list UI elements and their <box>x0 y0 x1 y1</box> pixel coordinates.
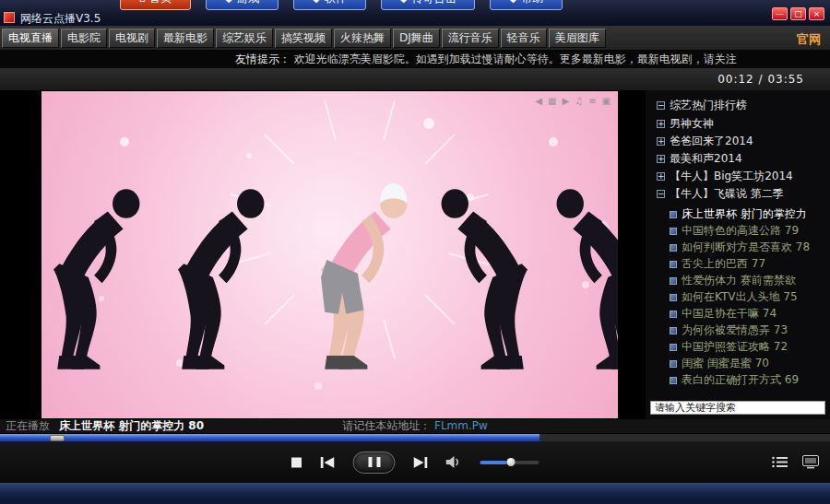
notice-message: 欢迎光临漂亮美眉影院。如遇到加载过慢请耐心等待。更多最新电影，最新电视剧，请关注 <box>294 53 737 65</box>
tab-tv-series[interactable]: 电视剧 <box>109 29 155 48</box>
overlay-next-icon[interactable]: ▶ <box>562 96 569 106</box>
collapse-icon[interactable]: − <box>657 190 665 198</box>
episode-bullet-icon <box>670 377 677 384</box>
expand-icon[interactable]: + <box>657 137 665 146</box>
episode-bullet-icon <box>670 277 677 285</box>
overlay-prev-icon[interactable]: ◀ <box>535 96 542 106</box>
stop-button[interactable] <box>291 457 302 468</box>
episode-label: 性爱伤体力 赛前需禁欲 <box>682 273 796 288</box>
fullscreen-button[interactable] <box>802 455 819 469</box>
episode-item[interactable]: 为何你被爱情愚弄 73 <box>670 322 788 338</box>
category-dad-is-back[interactable]: + 爸爸回来了2014 <box>657 134 753 149</box>
category-label: 爸爸回来了2014 <box>670 134 753 149</box>
dancer-silhouette <box>178 183 264 369</box>
episode-item[interactable]: 舌尖上的巴西 77 <box>670 256 765 272</box>
time-bar: 00:12 / 03:55 <box>0 68 830 90</box>
expand-icon[interactable]: + <box>657 120 665 128</box>
tab-latest-movies[interactable]: 最新电影 <box>157 29 214 48</box>
volume-fill <box>480 461 507 464</box>
official-site-link[interactable]: 官网 <box>797 31 821 48</box>
dancer-silhouette <box>53 183 139 369</box>
overlay-screen-icon[interactable]: ▣ <box>602 96 611 106</box>
volume-handle[interactable] <box>507 458 516 466</box>
category-male-female-gods[interactable]: + 男神女神 <box>657 116 714 132</box>
episode-item[interactable]: 床上世界杯 射门的掌控力 <box>670 206 807 222</box>
volume-button[interactable] <box>446 456 462 468</box>
category-label: 男神女神 <box>670 116 714 132</box>
episode-item[interactable]: 中国护照签证攻略 72 <box>670 339 788 355</box>
overlay-grid-icon[interactable]: ▦ <box>548 96 556 106</box>
category-best-harmony[interactable]: + 最美和声2014 <box>657 151 742 167</box>
nav-software-label: 软件 <box>325 0 347 6</box>
episode-bullet-icon <box>670 261 677 268</box>
episode-item[interactable]: 性爱伤体力 赛前需禁欲 <box>670 273 796 288</box>
playlist-root[interactable]: − 综艺热门排行榜 <box>657 98 747 113</box>
previous-icon <box>321 457 335 468</box>
collapse-icon[interactable]: − <box>657 101 665 110</box>
tab-funny-videos[interactable]: 搞笑视频 <box>275 29 332 48</box>
episode-label: 床上世界杯 射门的掌控力 <box>682 206 807 222</box>
nav-games[interactable]: ◆ 游戏 <box>206 0 279 10</box>
episode-item[interactable]: 如何在KTV出人头地 75 <box>670 289 798 305</box>
video-surface[interactable]: ◀ ▦ ▶ ♫ ≡ ▣ <box>42 91 618 418</box>
nav-bullet-icon: ◆ <box>313 0 320 4</box>
site-url-link[interactable]: FLmm.Pw <box>434 419 488 432</box>
nav-legend[interactable]: ◆ 传奇合击 <box>381 0 476 10</box>
expand-icon[interactable]: + <box>657 172 665 181</box>
nav-home[interactable]: ⌂ 首页 <box>120 0 191 10</box>
previous-button[interactable] <box>321 457 335 468</box>
episode-item[interactable]: 中国特色的高速公路 79 <box>670 223 799 239</box>
episode-item[interactable]: 闺蜜 闺蜜是蜜 70 <box>670 356 769 371</box>
category-label: 【牛人】飞碟说 第二季 <box>670 186 784 202</box>
progress-handle[interactable] <box>50 435 65 441</box>
category-big-laugh-workshop[interactable]: + 【牛人】Big笑工坊2014 <box>657 169 793 184</box>
episode-item[interactable]: 表白的正确打开方式 69 <box>670 372 799 388</box>
dancer-silhouettes <box>53 183 618 369</box>
episode-bullet-icon <box>670 211 677 218</box>
play-pause-button[interactable] <box>353 451 396 474</box>
category-feidieshuo[interactable]: − 【牛人】飞碟说 第二季 <box>657 186 784 202</box>
tab-dj-music[interactable]: DJ舞曲 <box>393 29 440 48</box>
next-icon <box>414 457 428 468</box>
episode-label: 如何在KTV出人头地 75 <box>682 289 798 305</box>
tab-variety[interactable]: 综艺娱乐 <box>216 29 273 48</box>
nav-legend-label: 传奇合击 <box>411 0 456 6</box>
pause-icon <box>376 457 380 467</box>
nav-help[interactable]: ◆ 帮助 <box>490 0 563 10</box>
episode-bullet-icon <box>670 360 677 368</box>
nav-software[interactable]: ◆ 软件 <box>293 0 366 10</box>
category-label: 【牛人】Big笑工坊2014 <box>670 169 793 184</box>
episode-label: 如何判断对方是否喜欢 78 <box>682 240 810 255</box>
nav-help-label: 帮助 <box>521 0 543 6</box>
channel-tab-bar: 电视直播 电影院 电视剧 最新电影 综艺娱乐 搞笑视频 火辣热舞 DJ舞曲 流行… <box>0 26 830 50</box>
overlay-menu-icon[interactable]: ≡ <box>588 96 596 106</box>
close-button[interactable]: × <box>809 7 824 20</box>
minimize-button[interactable]: — <box>772 7 788 20</box>
dancer-silhouette <box>442 183 528 369</box>
playlist-sidebar: − 综艺热门排行榜 + 男神女神 + 爸爸回来了2014 + 最美和声2014 … <box>646 90 830 419</box>
expand-icon[interactable]: + <box>657 155 665 163</box>
progress-bar[interactable] <box>0 433 830 441</box>
playlist-button[interactable] <box>772 456 788 468</box>
transport-controls <box>0 441 830 483</box>
tab-tv-live[interactable]: 电视直播 <box>2 29 59 48</box>
tab-pop-music[interactable]: 流行音乐 <box>442 29 499 48</box>
tab-light-music[interactable]: 轻音乐 <box>501 29 547 48</box>
nav-games-label: 游戏 <box>237 0 259 6</box>
episode-item[interactable]: 中国足协在干嘛 74 <box>670 306 777 322</box>
tab-hot-dance[interactable]: 火辣热舞 <box>334 29 391 48</box>
nav-bullet-icon: ◆ <box>509 0 516 4</box>
episode-bullet-icon <box>670 294 677 301</box>
app-title: 网络云点播V3.5 <box>20 11 101 26</box>
search-input[interactable] <box>650 401 825 415</box>
restore-button[interactable]: □ <box>790 7 806 20</box>
overlay-audio-icon[interactable]: ♫ <box>575 96 583 106</box>
episode-item[interactable]: 如何判断对方是否喜欢 78 <box>670 240 810 255</box>
volume-slider[interactable] <box>480 461 540 464</box>
tab-cinema[interactable]: 电影院 <box>61 29 107 48</box>
next-button[interactable] <box>414 457 428 468</box>
tab-beauty-gallery[interactable]: 美眉图库 <box>549 29 606 48</box>
episode-bullet-icon <box>670 244 677 252</box>
stop-icon <box>291 457 302 468</box>
episode-label: 中国足协在干嘛 74 <box>682 306 777 322</box>
